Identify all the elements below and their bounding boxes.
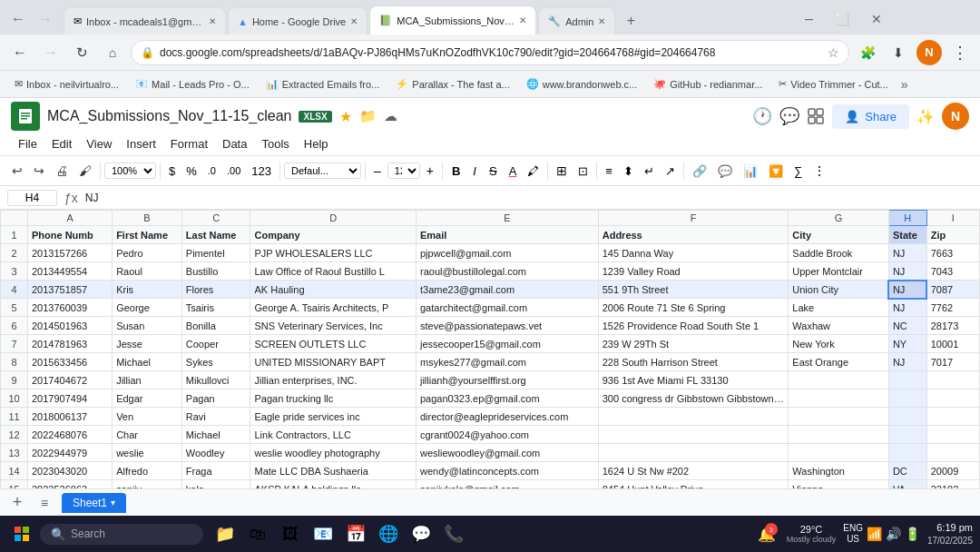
more-formats-button[interactable]: 123 [247,162,276,181]
list-item[interactable]: 2013760039 [28,299,113,317]
list-item[interactable] [789,371,889,389]
header-cell-7[interactable]: State [888,226,926,244]
list-item[interactable]: sanjiv [113,480,182,489]
menu-icon[interactable]: ⋮ [947,40,973,65]
bookmark-mail[interactable]: 📧 Mail - Leads Pro - O... [128,76,257,92]
list-item[interactable]: East Orange [789,353,889,371]
list-item[interactable]: SNS Veterinary Services, Inc [250,317,416,335]
back-button[interactable]: ← [7,40,33,65]
col-header-c[interactable]: C [181,211,250,226]
menu-data[interactable]: Data [215,134,254,153]
col-header-b[interactable]: B [113,211,182,226]
zoom-select[interactable]: 100% [104,163,156,179]
list-item[interactable] [926,371,979,389]
list-item[interactable]: Lake [789,299,889,317]
list-item[interactable]: Fraga [181,462,250,480]
tab-sheets[interactable]: 📗 MCA_Submissions_Nov_11-15... ✕ [369,5,536,34]
list-item[interactable]: Sykes [181,353,250,371]
download-icon[interactable]: ⬇ [886,40,911,65]
list-item[interactable]: weslie woodley photography [250,444,416,462]
list-item[interactable]: 2013157266 [28,244,113,262]
list-item[interactable]: director@eagleprideservices.com [416,408,598,426]
wrap-button[interactable]: ↵ [640,162,659,181]
list-item[interactable]: UNITED MISSIONARY BAPT [250,353,416,371]
italic-button[interactable]: I [467,162,482,181]
list-item[interactable]: t3ame23@gmail.com [416,281,598,299]
list-item[interactable]: DC [888,462,926,480]
list-item[interactable]: msykes277@gmail.com [416,353,598,371]
list-item[interactable]: steve@passionatepaws.vet [416,317,598,335]
list-item[interactable]: 2013449554 [28,262,113,281]
list-item[interactable] [888,426,926,444]
list-item[interactable]: Washington [789,462,889,480]
list-item[interactable]: 551 9Th Street [598,281,789,299]
list-item[interactable]: 145 Danna Way [598,244,789,262]
list-item[interactable]: Bonilla [181,317,250,335]
taskbar-chrome-icon[interactable]: 🌐 [374,519,403,548]
list-item[interactable]: 2013751857 [28,281,113,299]
list-item[interactable]: wendy@latinconcepts.com [416,462,598,480]
bookmark-inbox[interactable]: ✉ Inbox - neilvirtualro... [7,76,126,92]
list-item[interactable]: 2022944979 [28,444,113,462]
list-item[interactable]: Bustillo [181,262,250,281]
taskbar-store-icon[interactable]: 🛍 [243,519,272,548]
history-icon[interactable]: 🕐 [752,106,772,126]
star-icon[interactable]: ★ [339,108,352,125]
list-item[interactable]: 20009 [926,462,979,480]
list-item[interactable]: Law Office of Raoul Bustillo L [250,262,416,281]
list-item[interactable]: pjpwcell@gmail.com [416,244,598,262]
list-item[interactable]: 28173 [926,317,979,335]
list-item[interactable]: Kris [113,281,182,299]
tab-gmail-close[interactable]: ✕ [209,16,216,26]
col-header-h[interactable]: H [888,211,926,226]
menu-insert[interactable]: Insert [119,134,163,153]
list-item[interactable] [888,408,926,426]
list-item[interactable]: sanjivkala@gmail.com [416,480,598,489]
forward-button[interactable]: → [38,40,64,65]
header-cell-2[interactable]: Last Name [181,226,250,244]
list-item[interactable]: 8454 Hunt Valley Drive [598,480,789,489]
list-item[interactable]: weslie [113,444,182,462]
list-item[interactable]: kala [181,480,250,489]
menu-tools[interactable]: Tools [254,134,296,153]
list-item[interactable]: 2018006137 [28,408,113,426]
list-item[interactable]: 7043 [926,262,979,281]
list-item[interactable]: 2023043020 [28,462,113,480]
list-item[interactable]: 7087 [926,281,979,299]
bookmark-github[interactable]: 🐙 GitHub - redianmar... [646,76,769,92]
list-item[interactable]: 2023526863 [28,480,113,489]
taskbar-files-icon[interactable]: 📁 [211,519,240,548]
list-item[interactable]: 7017 [926,353,979,371]
percent-button[interactable]: % [181,162,201,181]
print-button[interactable]: 🖨 [51,161,73,181]
list-item[interactable]: AKSP KALA holdings llc [250,480,416,489]
sheet-tab-sheet1[interactable]: Sheet1 ▾ [62,493,126,513]
system-tray[interactable]: ENG US 📶 🔊 🔋 [843,523,920,545]
list-item[interactable]: Saddle Brook [789,244,889,262]
list-item[interactable]: Pimentel [181,244,250,262]
taskbar-whatsapp-icon[interactable]: 💬 [407,519,436,548]
tab-back-btn[interactable]: ← [7,9,29,29]
reload-button[interactable]: ↻ [69,40,94,65]
header-cell-8[interactable]: Zip [926,226,979,244]
list-item[interactable]: Waxhaw [789,317,889,335]
list-item[interactable]: 7762 [926,299,979,317]
list-item[interactable]: 2015633456 [28,353,113,371]
col-header-g[interactable]: G [789,211,889,226]
taskbar-photos-icon[interactable]: 🖼 [276,519,305,548]
currency-button[interactable]: $ [164,162,180,181]
formula-input[interactable] [85,192,973,204]
list-item[interactable] [598,444,789,462]
search-box[interactable]: 🔍 Search [40,524,203,545]
tab-forward-btn[interactable]: → [34,9,56,29]
list-item[interactable]: NY [888,335,926,353]
list-item[interactable] [789,389,889,408]
home-button[interactable]: ⌂ [100,40,125,65]
move-to-drive-icon[interactable]: 📁 [359,108,377,124]
filter-button[interactable]: 🔽 [764,162,788,181]
new-tab-button[interactable]: + [619,9,642,33]
tab-admin[interactable]: 🔧 Admin ✕ [538,7,615,34]
list-item[interactable]: NJ [888,353,926,371]
list-item[interactable]: Woodley [181,444,250,462]
undo-button[interactable]: ↩ [7,161,27,181]
